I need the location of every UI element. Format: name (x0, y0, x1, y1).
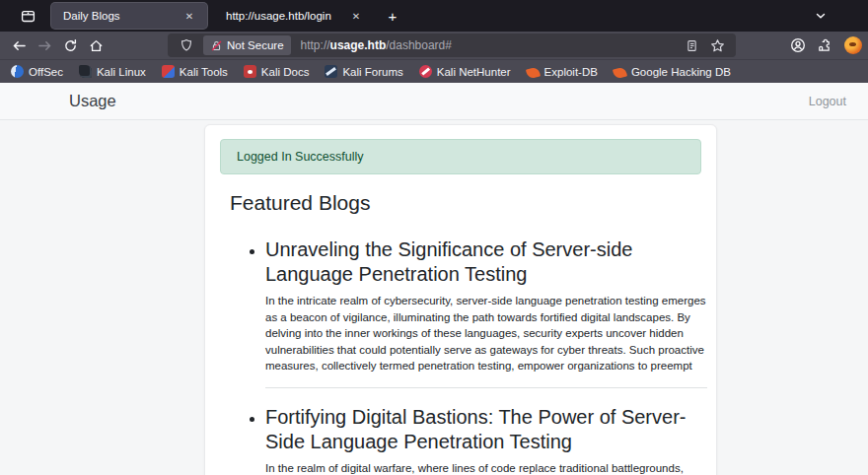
forward-icon[interactable] (32, 34, 57, 57)
url-scheme: http:// (301, 38, 330, 52)
extensions-puzzle-icon[interactable] (811, 34, 836, 57)
bookmark-label: Kali Forums (342, 66, 402, 78)
tab-bar: Daily Blogs ✕ http://usage.htb/login ✕ + (0, 0, 868, 32)
blog-excerpt: In the realm of digital warfare, where l… (265, 460, 707, 475)
bookmark-google-hacking-db[interactable]: Google Hacking DB (607, 64, 738, 80)
navigation-toolbar: Not Secure http://usage.htb/dashboard# (0, 32, 868, 59)
logout-link[interactable]: Logout (809, 95, 846, 108)
page-content: Usage Logout Logged In Successfully Feat… (0, 83, 868, 475)
bookmarks-toolbar: OffSec Kali Linux Kali Tools Kali Docs K… (0, 59, 868, 83)
list-item: Fortifying Digital Bastions: The Power o… (265, 405, 707, 475)
bookmark-offsec[interactable]: OffSec (4, 63, 70, 80)
firefox-view-icon[interactable] (14, 3, 41, 29)
not-secure-chip[interactable]: Not Secure (203, 35, 291, 55)
list-item: Unraveling the Significance of Server-si… (265, 238, 707, 388)
url-host: usage.htb (330, 38, 387, 52)
bookmark-label: Google Hacking DB (631, 66, 731, 78)
blog-list: Unraveling the Significance of Server-si… (220, 238, 701, 475)
blog-excerpt: In the intricate realm of cybersecurity,… (265, 293, 707, 374)
account-icon[interactable] (785, 34, 811, 57)
url-path: /dashboard# (386, 38, 452, 52)
back-icon[interactable] (6, 34, 32, 57)
page-body: Logged In Successfully Featured Blogs Un… (0, 120, 868, 475)
bookmark-star-icon[interactable] (704, 34, 730, 57)
tracking-protection-shield-icon[interactable] (174, 34, 199, 57)
new-tab-button[interactable]: + (379, 3, 406, 29)
home-icon[interactable] (83, 34, 108, 57)
kali-tools-icon (162, 65, 175, 78)
close-icon[interactable]: ✕ (180, 6, 199, 26)
bookmark-exploit-db[interactable]: Exploit-DB (520, 64, 605, 80)
browser-window: Daily Blogs ✕ http://usage.htb/login ✕ + (0, 0, 868, 475)
bookmark-kali-forums[interactable]: Kali Forums (318, 63, 409, 80)
blog-title[interactable]: Fortifying Digital Bastions: The Power o… (265, 405, 707, 454)
bookmark-label: Exploit-DB (544, 66, 598, 78)
exploit-db-icon (526, 66, 541, 79)
kali-linux-icon (79, 65, 92, 78)
divider (265, 387, 707, 388)
tab-title: http://usage.htb/login (226, 10, 346, 22)
bookmark-label: OffSec (29, 66, 63, 78)
offsec-icon (11, 65, 24, 78)
blog-title[interactable]: Unraveling the Significance of Server-si… (265, 238, 707, 287)
site-brand[interactable]: Usage (69, 92, 116, 110)
url-text[interactable]: http://usage.htb/dashboard# (301, 38, 679, 52)
google-hacking-db-icon (613, 66, 627, 79)
site-navbar: Usage Logout (0, 83, 868, 120)
bookmark-kali-tools[interactable]: Kali Tools (155, 63, 235, 80)
bookmark-label: Kali Docs (261, 66, 310, 78)
reader-view-icon[interactable] (679, 34, 704, 57)
kali-nethunter-icon (419, 65, 432, 78)
success-alert: Logged In Successfully (220, 139, 701, 174)
extension-addon-icon[interactable] (844, 36, 862, 54)
reload-icon[interactable] (57, 34, 83, 57)
not-secure-label: Not Secure (227, 39, 284, 51)
url-bar[interactable]: Not Secure http://usage.htb/dashboard# (168, 34, 736, 57)
bookmark-kali-nethunter[interactable]: Kali NetHunter (412, 63, 518, 80)
bookmark-label: Kali Linux (97, 66, 146, 78)
bookmark-kali-linux[interactable]: Kali Linux (72, 63, 153, 80)
page-title: Featured Blogs (230, 191, 701, 215)
bookmark-label: Kali Tools (180, 66, 228, 78)
bookmark-kali-docs[interactable]: Kali Docs (237, 63, 317, 80)
bookmark-label: Kali NetHunter (437, 66, 511, 78)
kali-forums-icon (325, 65, 337, 78)
list-all-tabs-chevron-down-icon[interactable] (807, 3, 834, 29)
tab-title: Daily Blogs (63, 10, 180, 22)
dashboard-card: Logged In Successfully Featured Blogs Un… (204, 124, 717, 475)
tab-usage-login[interactable]: http://usage.htb/login ✕ (214, 3, 374, 29)
close-icon[interactable]: ✕ (346, 6, 366, 26)
tab-daily-blogs[interactable]: Daily Blogs ✕ (51, 3, 207, 29)
insecure-lock-icon (210, 39, 223, 52)
kali-docs-icon (244, 65, 256, 78)
